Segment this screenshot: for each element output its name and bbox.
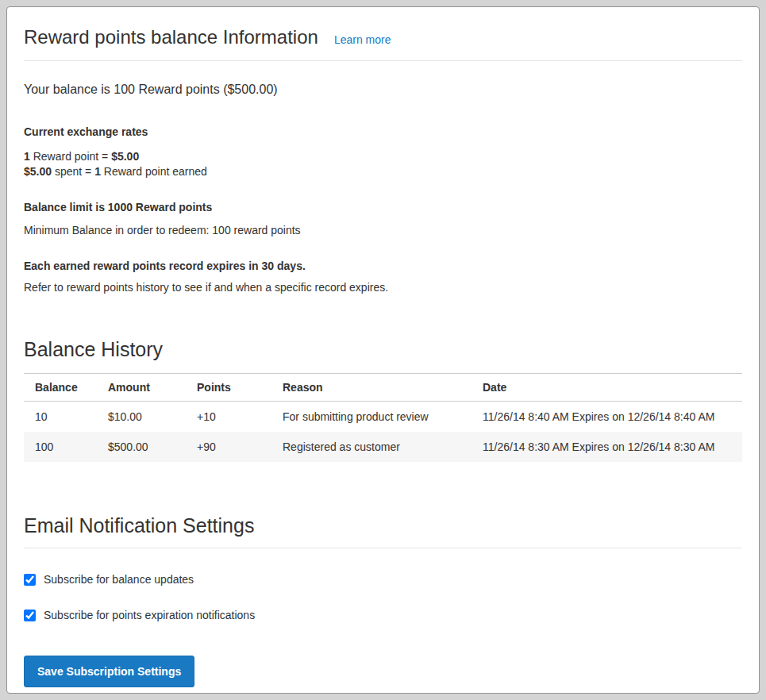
cell-amount: $10.00 (108, 402, 197, 433)
table-header: Balance Amount Points Reason Date (24, 374, 742, 402)
cell-balance: 10 (24, 402, 108, 433)
checkbox-label[interactable]: Subscribe for balance updates (44, 573, 194, 586)
cell-points: +10 (197, 402, 283, 433)
cell-amount: $500.00 (108, 432, 197, 462)
exchange-rate-line: 1 Reward point = $5.00 (24, 149, 742, 164)
exchange-rate-line: $5.00 spent = 1 Reward point earned (24, 164, 742, 179)
table-row: 100 $500.00 +90 Registered as customer 1… (24, 432, 742, 462)
balance-history-table: Balance Amount Points Reason Date 10 $10… (24, 373, 742, 462)
balance-limit-text: Balance limit is 1000 Reward points (24, 201, 742, 213)
cell-points: +90 (197, 432, 283, 462)
rate-text: Reward point earned (101, 165, 207, 178)
column-header-reason: Reason (283, 374, 483, 402)
page-header: Reward points balance Information Learn … (24, 26, 742, 61)
email-settings-heading: Email Notification Settings (24, 514, 742, 537)
rate-value: 1 (94, 165, 101, 178)
email-settings-header: Email Notification Settings (24, 514, 742, 548)
balance-summary: Your balance is 100 Reward points ($500.… (24, 83, 742, 97)
balance-updates-option[interactable]: Subscribe for balance updates (24, 573, 742, 586)
learn-more-link[interactable]: Learn more (334, 33, 391, 46)
expiry-note-text: Refer to reward points history to see if… (24, 281, 742, 294)
table-row: 10 $10.00 +10 For submitting product rev… (24, 402, 742, 433)
checkbox-label[interactable]: Subscribe for points expiration notifica… (44, 609, 255, 621)
cell-date: 11/26/14 8:30 AM Expires on 12/26/14 8:3… (483, 432, 742, 462)
cell-reason: For submitting product review (283, 402, 483, 433)
column-header-points: Points (197, 374, 283, 402)
points-expiration-checkbox[interactable] (24, 610, 36, 621)
rate-text: Reward point = (30, 150, 111, 163)
cell-reason: Registered as customer (283, 432, 483, 462)
reward-points-page: Reward points balance Information Learn … (6, 6, 760, 694)
exchange-rates: 1 Reward point = $5.00 $5.00 spent = 1 R… (24, 149, 742, 179)
rate-value: 1 (24, 150, 30, 163)
table-body: 10 $10.00 +10 For submitting product rev… (24, 402, 742, 463)
cell-date: 11/26/14 8:40 AM Expires on 12/26/14 8:4… (483, 402, 742, 433)
save-subscription-settings-button[interactable]: Save Subscription Settings (24, 656, 194, 687)
rate-value: $5.00 (24, 165, 52, 178)
points-expiration-option[interactable]: Subscribe for points expiration notifica… (24, 609, 742, 621)
minimum-balance-text: Minimum Balance in order to redeem: 100 … (24, 224, 742, 237)
balance-updates-checkbox[interactable] (24, 574, 36, 586)
cell-balance: 100 (24, 432, 108, 462)
expiry-text: Each earned reward points record expires… (24, 260, 742, 272)
column-header-balance: Balance (24, 374, 108, 402)
column-header-amount: Amount (108, 374, 197, 402)
rate-value: $5.00 (111, 150, 139, 163)
rate-text: spent = (52, 165, 94, 178)
balance-history-heading: Balance History (24, 338, 742, 361)
page-title: Reward points balance Information (24, 26, 318, 48)
column-header-date: Date (483, 374, 742, 402)
exchange-rates-heading: Current exchange rates (24, 125, 742, 138)
table-header-row: Balance Amount Points Reason Date (24, 374, 742, 402)
